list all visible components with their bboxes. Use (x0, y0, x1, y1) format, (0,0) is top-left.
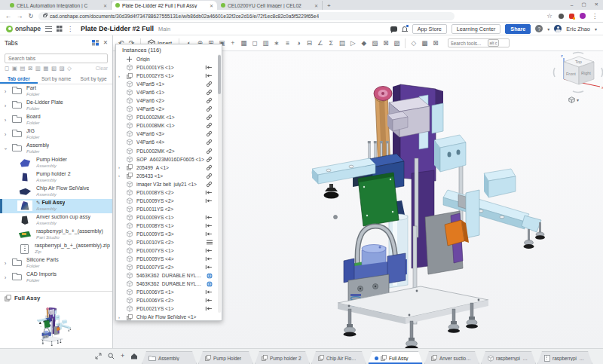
instance-row[interactable]: PDL0009YS <2> (116, 197, 222, 205)
instance-row[interactable]: V4Part6 <2> (116, 96, 222, 105)
scroll-more-icon[interactable]: ▾ (116, 315, 222, 320)
tab-tree-item[interactable]: Pump HolderAssembly (0, 156, 112, 170)
expander-icon[interactable]: › (2, 103, 8, 109)
tab-tree-item[interactable]: ›CAD ImportsFolder (0, 271, 112, 285)
instance-row[interactable]: PDL0002MK <2> (116, 147, 222, 155)
tabs-search-input[interactable] (5, 54, 108, 63)
user-avatar[interactable] (554, 25, 562, 32)
instance-row[interactable]: ›205433 <1> (116, 172, 222, 180)
instance-row[interactable]: V4Part5 <2> (116, 105, 222, 113)
browser-profile-avatar[interactable] (580, 13, 586, 19)
user-caret-icon[interactable]: ▾ (595, 26, 597, 32)
print-icon[interactable]: ⊠ (430, 40, 441, 47)
maximize-button[interactable]: ▢ (581, 2, 586, 8)
share-button[interactable]: Share (505, 24, 531, 34)
instance-expander-icon[interactable]: › (118, 165, 120, 170)
instance-row[interactable]: PDL0007YS <1> (116, 246, 222, 255)
section-view-icon[interactable]: ⊟ (305, 40, 315, 47)
element-tab[interactable]: Anver suction cup assy (424, 351, 479, 364)
instance-row[interactable]: SOP_A6023M016DF0605 <1> (116, 155, 222, 164)
export-icon[interactable]: ▩ (420, 40, 430, 47)
main-menu-icon[interactable] (45, 26, 52, 32)
comments-icon[interactable] (390, 26, 397, 32)
instance-row[interactable]: PDL0009YS <1> (116, 213, 222, 222)
animate-icon[interactable]: ▷ (348, 40, 359, 47)
instance-expander-icon[interactable]: › (118, 74, 120, 78)
tab-close-icon[interactable]: ✕ (314, 3, 318, 8)
instance-row[interactable]: PDL0006YS <1> (116, 288, 222, 296)
sort-tab-sort-by-type[interactable]: Sort by type (75, 74, 112, 84)
tab-tree-item[interactable]: ›Silicone PartsFolder (0, 256, 112, 271)
search-tools-box[interactable]: alt c (448, 38, 510, 47)
sort-tab-tab-order[interactable]: Tab order (0, 74, 38, 84)
named-positions-icon[interactable]: ≡ (283, 40, 293, 47)
bookmark-star-icon[interactable]: ☆ (546, 12, 553, 20)
interference-icon[interactable]: ⊠ (381, 40, 391, 47)
app-store-button[interactable]: App Store (412, 24, 447, 34)
element-tab[interactable]: raspberrypi_b_+_(asse... (537, 351, 592, 364)
cube-face-right[interactable]: Right (581, 71, 591, 75)
snap-mode-icon[interactable]: + (228, 40, 238, 47)
mass-properties-icon[interactable]: Σ (326, 40, 337, 47)
tab-tree-item[interactable]: Chip Air Flow SelValveAssembly (0, 185, 112, 199)
tab-close-icon[interactable]: ✕ (103, 3, 107, 8)
filter-material-icon[interactable]: ◇ (67, 66, 72, 72)
tab-tree-item[interactable]: ›De-Lidder PlateFolder (0, 99, 112, 113)
explode-icon[interactable]: ∗ (271, 40, 282, 47)
url-bar[interactable]: cad.onshape.com/documents/30d39d4f734788… (38, 12, 455, 20)
help-button[interactable]: ? (535, 25, 543, 32)
tab-tree-item[interactable]: ›BoardFolder (0, 113, 112, 127)
notifications-icon[interactable] (402, 26, 408, 32)
mirror-icon[interactable]: ◻ (249, 40, 260, 47)
tab-tree-item[interactable]: Pump holder 2Assembly (0, 170, 112, 185)
display-states-icon[interactable]: ◑ (293, 40, 304, 47)
filter-assembly-icon[interactable]: ▣ (12, 66, 17, 72)
document-list-icon[interactable] (57, 26, 63, 32)
manage-tabs-icon[interactable] (95, 353, 102, 359)
close-button[interactable]: ✕ (595, 2, 598, 8)
browser-menu-icon[interactable]: ⋮ (591, 12, 598, 20)
browser-tab[interactable]: CEL0200YU Cell Imager | CEL02✕ (217, 1, 323, 10)
expander-icon[interactable]: › (2, 132, 8, 137)
onshape-logo[interactable]: onshape (6, 25, 41, 32)
tab-tree-item[interactable]: ›AssemblyFolder (0, 142, 112, 156)
sort-tab-sort-by-name[interactable]: Sort by name (38, 74, 75, 84)
instance-row[interactable]: PDL0008MK <1> (116, 121, 222, 130)
instance-row[interactable]: V4Part6 <1> (116, 88, 222, 96)
search-tools-input[interactable] (451, 41, 485, 46)
preview-thumbnail[interactable] (0, 304, 112, 348)
instance-row[interactable]: PDL0008YS <1> (116, 222, 222, 230)
element-tab[interactable]: Pump holder 2 (255, 351, 310, 364)
tab-tree-item[interactable]: ›JIGFolder (0, 127, 112, 142)
measure-icon[interactable]: ∠ (315, 40, 326, 47)
instance-row[interactable]: PDL0001YS <1> (116, 63, 222, 72)
view-toggle-icon[interactable] (92, 40, 99, 46)
element-tab[interactable]: Full Assy (368, 351, 423, 364)
expander-icon[interactable]: › (3, 145, 8, 151)
extension-icon-2[interactable] (569, 14, 574, 19)
back-icon[interactable]: ← (5, 12, 12, 20)
tab-tree-item[interactable]: Anver suction cup assyAssembly (0, 213, 112, 228)
view-options-button[interactable]: ▾ (568, 96, 579, 103)
instance-row[interactable]: V4Part6 <3> (116, 130, 222, 138)
filter-blob-icon[interactable]: ⊠ (28, 66, 32, 72)
expander-icon[interactable]: › (2, 118, 8, 123)
instance-expander-icon[interactable]: › (118, 173, 120, 178)
filter-drawing-icon[interactable]: ▤ (20, 66, 25, 72)
hole-table-icon[interactable]: ◇ (409, 40, 419, 47)
expander-icon[interactable]: › (2, 261, 8, 266)
new-tab-button[interactable]: + (327, 1, 331, 10)
filter-image-icon[interactable]: ▨ (60, 66, 65, 72)
appearance-icon[interactable]: ◆ (359, 40, 369, 47)
instance-row[interactable]: PDL0008YS <2> (116, 188, 222, 197)
create-tab-button[interactable]: + (121, 353, 124, 359)
search-tabs-icon[interactable] (108, 353, 115, 359)
instance-row[interactable]: PDL0009YS <4> (116, 255, 222, 263)
extension-icon[interactable] (559, 14, 564, 19)
cube-face-top[interactable]: Top (575, 60, 582, 64)
element-tab[interactable]: Assembly (142, 351, 197, 364)
instance-row[interactable]: V4Part5 <1> (116, 80, 222, 88)
instance-row[interactable]: 5463K362_DURABLE NYLON TIG... (116, 280, 222, 288)
tab-tree-item[interactable]: raspberrypi_b_+_(assembly).zipZip (0, 242, 112, 256)
browser-tab[interactable]: CELL Automation Integration | C✕ (6, 1, 112, 10)
